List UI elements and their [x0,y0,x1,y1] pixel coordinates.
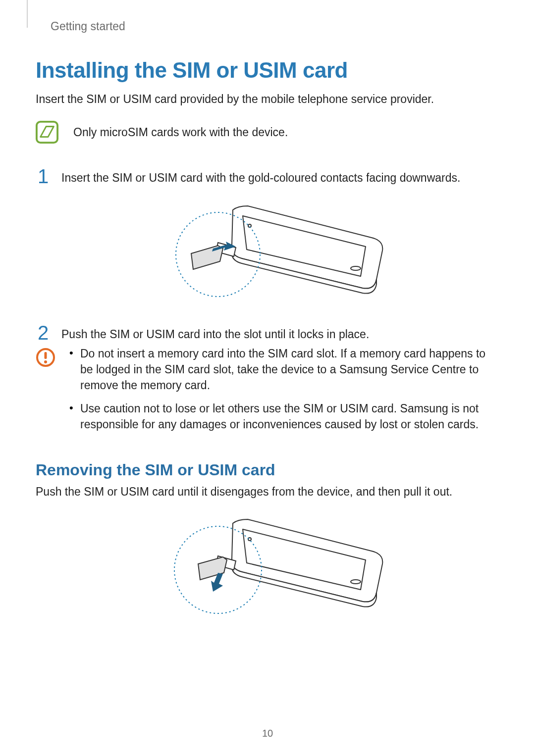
subheading: Removing the SIM or USIM card [36,461,499,479]
remove-sim-illustration [144,508,391,622]
step-text: Push the SIM or USIM card into the slot … [61,323,369,343]
breadcrumb: Getting started [51,20,499,33]
svg-point-8 [44,360,47,363]
insert-sim-illustration [144,195,391,309]
breadcrumb-rule [27,0,28,28]
step-number: 2 [36,323,51,343]
step-1: 1 Insert the SIM or USIM card with the g… [36,166,499,186]
step-2: 2 Push the SIM or USIM card into the slo… [36,323,499,343]
step-number: 1 [36,166,51,186]
caution-block: Do not insert a memory card into the SIM… [36,346,499,439]
page-content: Getting started Installing the SIM or US… [0,0,535,622]
step-text: Insert the SIM or USIM card with the gol… [61,166,460,186]
caution-item: Use caution not to lose or let others us… [66,401,499,432]
caution-item: Do not insert a memory card into the SIM… [66,346,499,394]
page-title: Installing the SIM or USIM card [36,58,499,83]
caution-icon [36,348,55,367]
svg-rect-0 [37,122,57,143]
note-row: Only microSIM cards work with the device… [36,121,499,144]
page-number: 10 [0,728,535,739]
svg-rect-7 [45,352,47,359]
note-text: Only microSIM cards work with the device… [73,126,288,139]
note-icon [36,121,58,144]
sub-intro: Push the SIM or USIM card until it disen… [36,484,499,500]
intro-text: Insert the SIM or USIM card provided by … [36,92,499,107]
caution-list: Do not insert a memory card into the SIM… [66,346,499,439]
